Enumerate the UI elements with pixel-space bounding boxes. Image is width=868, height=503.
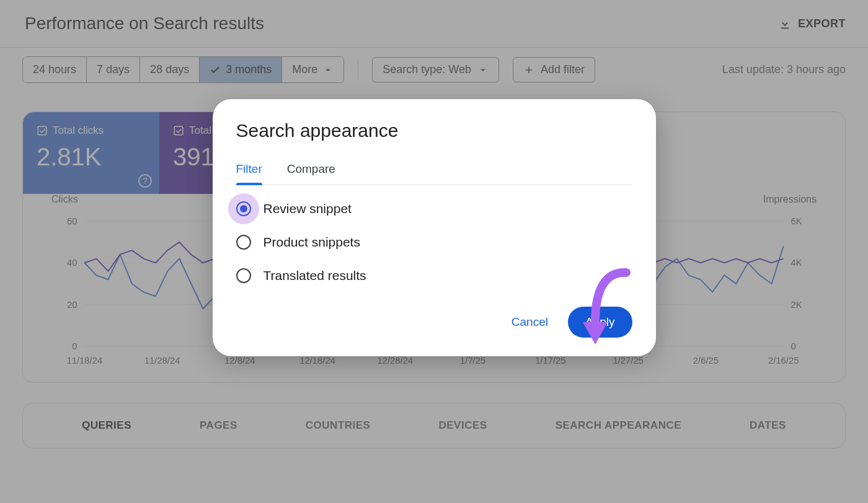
filter-option-label: Review snippet: [264, 201, 352, 216]
filter-option-review-snippet[interactable]: Review snippet: [236, 201, 632, 216]
filter-option-translated-results[interactable]: Translated results: [236, 268, 632, 283]
search-appearance-dialog: Search appearance Filter Compare Review …: [213, 99, 656, 356]
radio-icon: [236, 235, 251, 250]
apply-button[interactable]: Apply: [568, 307, 632, 338]
dialog-actions: Cancel Apply: [236, 307, 632, 338]
modal-overlay[interactable]: Search appearance Filter Compare Review …: [0, 0, 868, 503]
dialog-title: Search appearance: [236, 120, 632, 141]
radio-icon: [236, 268, 251, 283]
dialog-tab-filter[interactable]: Filter: [236, 156, 262, 185]
dialog-tab-compare[interactable]: Compare: [287, 156, 335, 185]
radio-icon: [236, 201, 251, 216]
cancel-button[interactable]: Cancel: [503, 308, 557, 336]
filter-option-label: Translated results: [264, 268, 366, 283]
filter-options-list: Review snippetProduct snippetsTranslated…: [236, 185, 632, 283]
filter-option-product-snippets[interactable]: Product snippets: [236, 235, 632, 250]
dialog-tabs: Filter Compare: [236, 156, 632, 185]
filter-option-label: Product snippets: [264, 235, 360, 250]
